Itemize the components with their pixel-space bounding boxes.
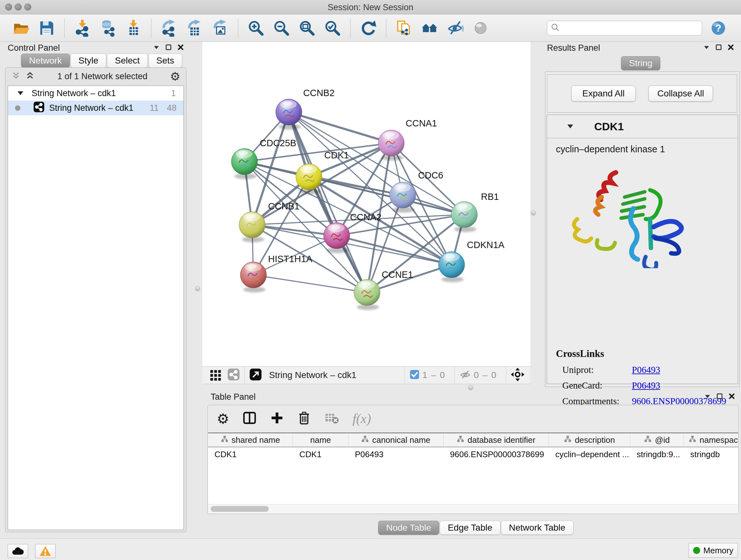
memory-button[interactable]: Memory bbox=[689, 543, 738, 558]
zoom-in-icon[interactable] bbox=[247, 19, 265, 37]
network-from-selection-icon[interactable] bbox=[395, 19, 413, 37]
column-header-description[interactable]: description bbox=[549, 433, 630, 447]
collapse-all-button[interactable]: Collapse All bbox=[649, 85, 713, 102]
table-horizontal-scrollbar[interactable] bbox=[208, 504, 738, 513]
table-cell[interactable]: P06493 bbox=[348, 449, 444, 459]
import-table-icon[interactable] bbox=[124, 19, 143, 37]
search-box[interactable] bbox=[547, 21, 702, 36]
import-network-database-icon[interactable] bbox=[98, 19, 117, 37]
export-image-icon[interactable] bbox=[211, 19, 229, 37]
network-canvas[interactable]: CCNB2 CCNA1 CDC25B CDK1 bbox=[202, 42, 530, 366]
expand-all-button[interactable]: Expand All bbox=[571, 85, 636, 102]
table-panel-header: Table Panel bbox=[207, 391, 739, 403]
column-header-database-identifier[interactable]: database identifier bbox=[444, 433, 549, 447]
node-label: CDC25B bbox=[260, 138, 296, 148]
tab-sets[interactable]: Sets bbox=[148, 54, 182, 68]
network-collection-row[interactable]: String Network – cdk1 1 bbox=[8, 86, 184, 101]
add-column-icon[interactable] bbox=[270, 411, 284, 426]
show-hidden-disabled-icon[interactable] bbox=[471, 19, 490, 37]
selected-checkbox-icon[interactable] bbox=[409, 369, 420, 381]
gene-card-header[interactable]: CDK1 bbox=[547, 115, 738, 138]
network-node-CDKN1A[interactable]: CDKN1A bbox=[439, 240, 504, 282]
delete-table-icon[interactable] bbox=[324, 410, 340, 427]
tab-string[interactable]: String bbox=[621, 56, 660, 70]
scrollbar-thumb[interactable] bbox=[211, 506, 269, 512]
tab-network[interactable]: Network bbox=[21, 54, 70, 68]
column-header-namespace[interactable]: namespace bbox=[684, 433, 738, 447]
float-panel-icon[interactable] bbox=[715, 44, 723, 52]
table-cell[interactable]: CDK1 bbox=[208, 449, 293, 459]
float-panel-icon[interactable] bbox=[165, 44, 172, 52]
splitter-handle[interactable] bbox=[531, 210, 536, 215]
expand-collapse-bar: Expand All Collapse All bbox=[547, 74, 737, 113]
zoom-fit-icon[interactable] bbox=[298, 19, 316, 37]
table-cell[interactable]: cyclin–dependent ... bbox=[549, 449, 630, 459]
column-header-name[interactable]: name bbox=[293, 433, 348, 447]
tab-select[interactable]: Select bbox=[107, 54, 148, 68]
save-session-icon[interactable] bbox=[37, 19, 56, 37]
svg-text:?: ? bbox=[716, 22, 722, 34]
zoom-out-icon[interactable] bbox=[272, 19, 291, 37]
tab-network-table[interactable]: Network Table bbox=[501, 521, 574, 535]
table-row[interactable]: CDK1CDK1P064939606.ENSP00000378699cyclin… bbox=[208, 447, 738, 461]
crosslink-link[interactable]: P06493 bbox=[632, 365, 660, 375]
delete-column-icon[interactable] bbox=[297, 411, 312, 427]
show-columns-icon[interactable] bbox=[242, 410, 257, 427]
zoom-selected-icon[interactable] bbox=[323, 19, 342, 37]
open-session-icon[interactable] bbox=[12, 19, 30, 37]
gene-caret-icon[interactable] bbox=[567, 125, 573, 128]
table-panel-body: ⚙ f(x) shared namenamecanonical namedata… bbox=[207, 405, 739, 514]
network-view-icon[interactable] bbox=[227, 368, 240, 382]
table-cell[interactable]: stringdb bbox=[684, 449, 738, 459]
panel-menu-icon[interactable] bbox=[704, 392, 711, 401]
column-header-canonical-name[interactable]: canonical name bbox=[348, 433, 444, 447]
panel-menu-icon[interactable] bbox=[703, 44, 711, 52]
network-node-CCNA1[interactable]: CCNA1 bbox=[378, 118, 437, 161]
table-cell[interactable]: 9606.ENSP00000378699 bbox=[444, 449, 549, 459]
table-cell[interactable]: stringdb:9... bbox=[630, 449, 684, 459]
help-button[interactable]: ? bbox=[711, 20, 726, 36]
close-panel-icon[interactable] bbox=[728, 392, 736, 401]
close-panel-icon[interactable] bbox=[177, 44, 185, 52]
bird-eye-view-icon[interactable] bbox=[511, 368, 525, 383]
float-panel-icon[interactable] bbox=[716, 392, 724, 401]
export-network-icon[interactable] bbox=[160, 19, 179, 37]
network-node-CCNE1[interactable]: CCNE1 bbox=[354, 269, 413, 310]
network-node-HIST1H1A[interactable]: HIST1H1A bbox=[240, 254, 313, 293]
refresh-icon[interactable] bbox=[359, 19, 378, 37]
node-label: CDC6 bbox=[418, 170, 443, 180]
network-node-RB1[interactable]: RB1 bbox=[451, 192, 499, 232]
network-row[interactable]: String Network – cdk1 11 48 bbox=[8, 101, 184, 115]
table-cell[interactable]: CDK1 bbox=[293, 449, 348, 459]
network-node-CDC6[interactable]: CDC6 bbox=[390, 170, 443, 212]
collapse-all-icon[interactable] bbox=[11, 71, 21, 82]
splitter-handle[interactable] bbox=[195, 286, 200, 291]
table-settings-gear-icon[interactable]: ⚙ bbox=[217, 411, 229, 427]
detach-view-icon[interactable] bbox=[249, 368, 262, 382]
collection-caret-icon[interactable] bbox=[17, 91, 23, 95]
expand-all-icon[interactable] bbox=[25, 71, 35, 82]
panel-menu-icon[interactable] bbox=[152, 44, 160, 52]
column-header--id[interactable]: @id bbox=[630, 433, 684, 447]
import-network-file-icon[interactable] bbox=[73, 19, 91, 37]
tab-node-table[interactable]: Node Table bbox=[378, 521, 439, 535]
hide-selected-icon[interactable] bbox=[446, 19, 464, 37]
control-panel-title: Control Panel bbox=[8, 43, 60, 53]
warning-status-button[interactable] bbox=[35, 544, 56, 558]
function-builder-icon[interactable]: f(x) bbox=[352, 411, 371, 426]
hidden-eye-icon[interactable] bbox=[459, 368, 471, 382]
string-home-icon[interactable] bbox=[420, 19, 439, 37]
table-panel-title: Table Panel bbox=[211, 392, 256, 402]
column-header-shared-name[interactable]: shared name bbox=[208, 433, 293, 447]
splitter-handle[interactable] bbox=[468, 385, 473, 390]
grid-view-icon[interactable] bbox=[209, 368, 222, 382]
crosslink-link[interactable]: P06493 bbox=[632, 380, 660, 391]
network-node-CCNB1[interactable]: CCNB1 bbox=[239, 201, 299, 242]
gear-icon[interactable]: ⚙ bbox=[170, 70, 180, 83]
export-table-icon[interactable] bbox=[185, 19, 204, 37]
tab-edge-table[interactable]: Edge Table bbox=[440, 521, 500, 535]
search-input[interactable] bbox=[560, 23, 698, 33]
close-panel-icon[interactable] bbox=[727, 44, 735, 52]
tab-style[interactable]: Style bbox=[71, 54, 106, 68]
cloud-status-button[interactable] bbox=[8, 544, 28, 558]
